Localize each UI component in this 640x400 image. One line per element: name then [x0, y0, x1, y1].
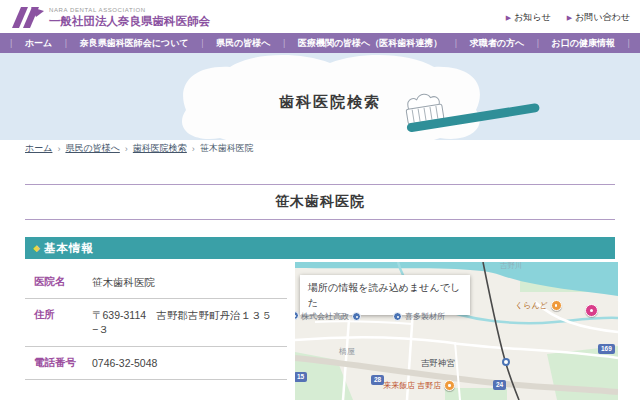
route-shield: 15: [295, 372, 307, 382]
map-area-hashiya: 橋屋: [339, 346, 355, 357]
breadcrumb-search[interactable]: 歯科医院検索: [133, 142, 187, 155]
nav-item-residents[interactable]: 県民の皆様へ: [216, 37, 270, 50]
nav-divider: |: [628, 38, 630, 48]
section-title: 基本情報: [44, 241, 94, 256]
breadcrumb-separator: ›: [192, 144, 195, 154]
business-poi-icon: [393, 312, 402, 321]
map-station-label[interactable]: 吉野神宮: [421, 358, 455, 370]
nav-divider: |: [65, 38, 67, 48]
table-row-address: 住所 〒639-3114 吉野郡吉野町丹治１３５−３: [25, 299, 287, 346]
map-poi-kurando[interactable]: くらんど: [515, 300, 562, 311]
nav-divider: |: [201, 38, 203, 48]
row-label: 医院名: [34, 275, 92, 289]
arrow-icon: ▶: [567, 14, 572, 21]
breadcrumb-current: 笹木歯科医院: [200, 142, 254, 155]
news-link[interactable]: ▶ お知らせ: [506, 11, 551, 24]
river-label: 吉野川: [500, 262, 523, 271]
route-shield: 28: [371, 375, 384, 385]
diamond-icon: ◆: [33, 244, 40, 253]
row-value: 〒639-3114 吉野郡吉野町丹治１３５−３: [92, 308, 287, 336]
site-logo[interactable]: NARA DENTAL ASSOCIATION 一般社団法人奈良県歯科医師会: [10, 5, 210, 29]
hero-banner: 歯科医院検索: [0, 53, 640, 140]
map-poi-restaurant[interactable]: 来来飯店 吉野店: [383, 380, 455, 391]
business-poi-icon: [352, 312, 361, 321]
site-header: NARA DENTAL ASSOCIATION 一般社団法人奈良県歯科医師会 ▶…: [0, 0, 640, 33]
breadcrumb-separator: ›: [125, 144, 128, 154]
map-poi-company[interactable]: 株式会社高政: [301, 311, 361, 322]
nav-item-jobs[interactable]: 求職者の方へ: [470, 37, 524, 50]
breadcrumb-residents[interactable]: 県民の皆様へ: [65, 142, 119, 155]
page: NARA DENTAL ASSOCIATION 一般社団法人奈良県歯科医師会 ▶…: [0, 0, 640, 400]
row-value: 0746-32-5048: [92, 356, 157, 370]
basic-info-table: 医院名 笹木歯科医院 住所 〒639-3114 吉野郡吉野町丹治１３５−３ 電話…: [25, 266, 287, 380]
logo-title: 一般社団法人奈良県歯科医師会: [49, 14, 210, 28]
nav-item-home[interactable]: ホーム: [25, 37, 52, 50]
row-label: 電話番号: [34, 356, 92, 370]
breadcrumb-home[interactable]: ホーム: [25, 142, 52, 155]
toothbrush-icon: [393, 87, 545, 139]
contact-link-label: お問い合わせ: [575, 11, 630, 24]
news-link-label: お知らせ: [514, 11, 551, 24]
header-links: ▶ お知らせ ▶ お問い合わせ: [506, 11, 630, 24]
nav-item-about[interactable]: 奈良県歯科医師会について: [80, 37, 189, 50]
nav-item-medical[interactable]: 医療機関の皆様へ（医科歯科連携）: [298, 37, 442, 50]
nav-item-oral-health[interactable]: お口の健康情報: [552, 37, 615, 50]
map-poi-sawmill[interactable]: 喜多製材所: [393, 311, 445, 322]
breadcrumb-separator: ›: [57, 144, 60, 154]
nav-divider: |: [537, 38, 539, 48]
breadcrumb: ホーム › 県民の皆様へ › 歯科医院検索 › 笹木歯科医院: [25, 142, 254, 155]
cafe-poi-icon: [551, 300, 562, 311]
route-shield: 169: [598, 344, 615, 354]
table-row-phone: 電話番号 0746-32-5048: [25, 347, 287, 380]
global-nav: | ホーム | 奈良県歯科医師会について | 県民の皆様へ | 医療機関の皆様へ…: [0, 33, 640, 53]
row-value: 笹木歯科医院: [92, 275, 155, 289]
train-station-icon[interactable]: [502, 358, 510, 366]
embedded-map[interactable]: 吉野川 場所の情報を読み込めませんでした 株式会社高政 喜多製材所 くらんど 橋…: [295, 262, 618, 400]
arrow-icon: ▶: [506, 14, 511, 21]
logo-mark: [10, 5, 44, 29]
map-error-popup: 場所の情報を読み込めませんでした: [300, 275, 470, 315]
nav-divider: |: [283, 38, 285, 48]
table-row-clinic-name: 医院名 笹木歯科医院: [25, 266, 287, 299]
nav-divider: |: [455, 38, 457, 48]
photo-poi-icon[interactable]: [585, 304, 598, 317]
contact-link[interactable]: ▶ お問い合わせ: [567, 11, 630, 24]
logo-subtitle: NARA DENTAL ASSOCIATION: [49, 6, 210, 14]
page-title: 笹木歯科医院: [25, 184, 615, 220]
route-shield: 24: [493, 380, 506, 390]
restaurant-poi-icon: [444, 380, 455, 391]
row-label: 住所: [34, 308, 92, 322]
nav-divider: |: [10, 38, 12, 48]
basic-info-section-header: ◆ 基本情報: [25, 237, 615, 259]
